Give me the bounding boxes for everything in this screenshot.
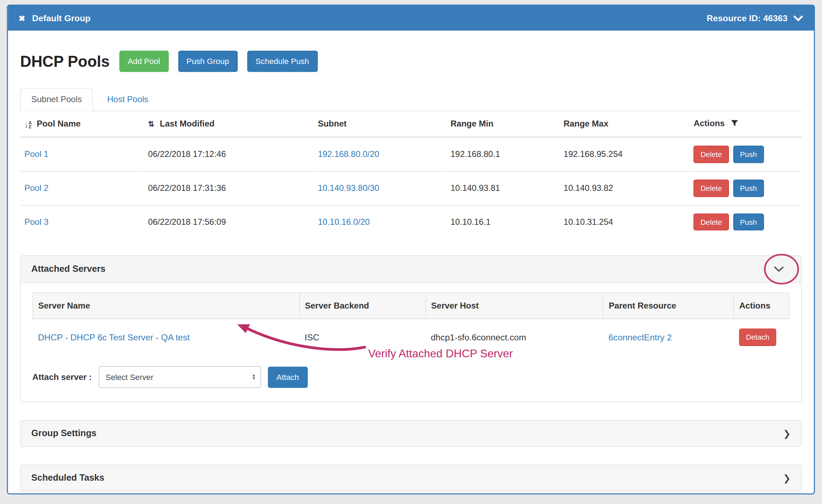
subnet-link[interactable]: 10.10.16.0/20 bbox=[318, 217, 370, 226]
chevron-right-icon[interactable]: ❯ bbox=[783, 429, 791, 438]
push-group-button[interactable]: Push Group bbox=[178, 51, 237, 72]
server-link[interactable]: DHCP - DHCP 6c Test Server - QA test bbox=[38, 332, 190, 342]
filter-icon[interactable] bbox=[731, 120, 739, 129]
range-min-header-label: Range Min bbox=[451, 119, 493, 128]
server-backend-header: Server Backend bbox=[299, 293, 426, 319]
server-name-header: Server Name bbox=[33, 293, 299, 319]
pool-table-header-row: ↓AZ Pool Name ⇅ Last Modified Subnet Ran… bbox=[20, 111, 802, 137]
group-header-bar: ✖ Default Group Resource ID: 46363 bbox=[8, 6, 814, 31]
select-arrows-icon: ▲▼ bbox=[252, 374, 256, 381]
attach-server-row: Attach server : Select Server ▲▼ Attach bbox=[33, 366, 790, 388]
last-modified-header-label: Last Modified bbox=[160, 119, 215, 128]
resource-id-label: Resource ID: 46363 bbox=[707, 13, 787, 23]
page-title: DHCP Pools bbox=[20, 53, 110, 70]
server-select-value: Select Server bbox=[106, 373, 154, 382]
range-max-value: 192.168.95.254 bbox=[559, 137, 689, 171]
server-row: DHCP - DHCP 6c Test Server - QA test ISC… bbox=[33, 319, 789, 356]
range-min-header: Range Min bbox=[446, 111, 560, 137]
last-modified-header[interactable]: ⇅ Last Modified bbox=[144, 111, 314, 137]
tab-subnet-pools[interactable]: Subnet Pools bbox=[20, 88, 93, 111]
add-pool-button[interactable]: Add Pool bbox=[119, 51, 168, 72]
pool-modified: 06/22/2018 17:56:09 bbox=[144, 205, 314, 239]
pool-tabs: Subnet Pools Host Pools bbox=[20, 88, 802, 111]
attach-server-label: Attach server : bbox=[33, 373, 92, 382]
range-min-value: 192.168.80.1 bbox=[446, 137, 560, 171]
delete-button[interactable]: Delete bbox=[694, 213, 729, 230]
page: ✖ Default Group Resource ID: 46363 DHCP … bbox=[0, 5, 822, 504]
range-max-value: 10.140.93.82 bbox=[559, 171, 689, 205]
close-icon[interactable]: ✖ bbox=[19, 14, 25, 22]
push-button[interactable]: Push bbox=[733, 213, 764, 230]
range-min-value: 10.10.16.1 bbox=[446, 205, 560, 239]
subnet-link[interactable]: 10.140.93.80/30 bbox=[318, 183, 380, 193]
pool-row: Pool 2 06/22/2018 17:31:36 10.140.93.80/… bbox=[20, 171, 802, 205]
content: DHCP Pools Add Pool Push Group Schedule … bbox=[8, 51, 814, 492]
server-host-value: dhcp1-sfo.6connect.com bbox=[426, 319, 603, 356]
server-actions-header: Actions bbox=[734, 293, 789, 319]
pool-link[interactable]: Pool 1 bbox=[24, 150, 48, 159]
subnet-header: Subnet bbox=[314, 111, 446, 137]
subnet-header-label: Subnet bbox=[318, 119, 347, 128]
push-button[interactable]: Push bbox=[733, 146, 764, 163]
pool-link[interactable]: Pool 2 bbox=[24, 183, 48, 193]
delete-button[interactable]: Delete bbox=[694, 180, 729, 197]
actions-header-label: Actions bbox=[694, 119, 725, 128]
sort-icon[interactable]: ⇅ bbox=[148, 120, 155, 128]
chevron-right-icon[interactable]: ❯ bbox=[783, 474, 791, 483]
tab-host-pools[interactable]: Host Pools bbox=[96, 88, 160, 111]
collapse-chevron-down-icon[interactable] bbox=[774, 266, 784, 272]
group-title: Default Group bbox=[32, 13, 91, 23]
attached-servers-title: Attached Servers bbox=[31, 264, 106, 275]
range-max-header: Range Max bbox=[559, 111, 689, 137]
scheduled-tasks-panel[interactable]: Scheduled Tasks ❯ bbox=[20, 465, 802, 491]
server-host-header: Server Host bbox=[426, 293, 603, 319]
attached-servers-body: Server Name Server Backend Server Host P… bbox=[21, 283, 801, 402]
pool-name-header[interactable]: ↓AZ Pool Name bbox=[20, 111, 144, 137]
pool-row: Pool 3 06/22/2018 17:56:09 10.10.16.0/20… bbox=[20, 205, 802, 239]
pool-link[interactable]: Pool 3 bbox=[24, 217, 48, 226]
server-table: Server Name Server Backend Server Host P… bbox=[33, 293, 790, 356]
range-min-value: 10.140.93.81 bbox=[446, 171, 560, 205]
push-button[interactable]: Push bbox=[733, 180, 764, 197]
group-panel: ✖ Default Group Resource ID: 46363 DHCP … bbox=[7, 5, 815, 494]
sort-alpha-down-icon[interactable]: ↓AZ bbox=[24, 121, 32, 129]
scheduled-tasks-title: Scheduled Tasks bbox=[31, 473, 104, 484]
detach-button[interactable]: Detach bbox=[739, 329, 776, 346]
schedule-push-button[interactable]: Schedule Push bbox=[247, 51, 317, 72]
server-select[interactable]: Select Server ▲▼ bbox=[99, 366, 261, 388]
pool-row: Pool 1 06/22/2018 17:12:46 192.168.80.0/… bbox=[20, 137, 802, 171]
group-settings-panel[interactable]: Group Settings ❯ bbox=[20, 420, 802, 447]
range-max-header-label: Range Max bbox=[563, 119, 608, 128]
title-row: DHCP Pools Add Pool Push Group Schedule … bbox=[20, 51, 802, 72]
pool-name-header-label: Pool Name bbox=[37, 119, 81, 128]
parent-resource-header: Parent Resource bbox=[603, 293, 734, 319]
subnet-link[interactable]: 192.168.80.0/20 bbox=[318, 150, 380, 159]
pool-modified: 06/22/2018 17:31:36 bbox=[144, 171, 314, 205]
chevron-down-icon[interactable] bbox=[793, 15, 804, 21]
actions-header: Actions bbox=[689, 111, 802, 137]
parent-resource-link[interactable]: 6connectEntry 2 bbox=[608, 332, 672, 342]
group-settings-title: Group Settings bbox=[31, 428, 97, 439]
pool-table: ↓AZ Pool Name ⇅ Last Modified Subnet Ran… bbox=[20, 111, 802, 239]
attached-servers-panel: Attached Servers Server Name bbox=[20, 256, 802, 402]
range-max-value: 10.10.31.254 bbox=[559, 205, 689, 239]
server-table-header-row: Server Name Server Backend Server Host P… bbox=[33, 293, 789, 319]
server-backend-value: ISC bbox=[299, 319, 426, 356]
attached-servers-header[interactable]: Attached Servers bbox=[21, 256, 801, 283]
delete-button[interactable]: Delete bbox=[694, 146, 729, 163]
pool-modified: 06/22/2018 17:12:46 bbox=[144, 137, 314, 171]
attach-button[interactable]: Attach bbox=[268, 367, 308, 388]
